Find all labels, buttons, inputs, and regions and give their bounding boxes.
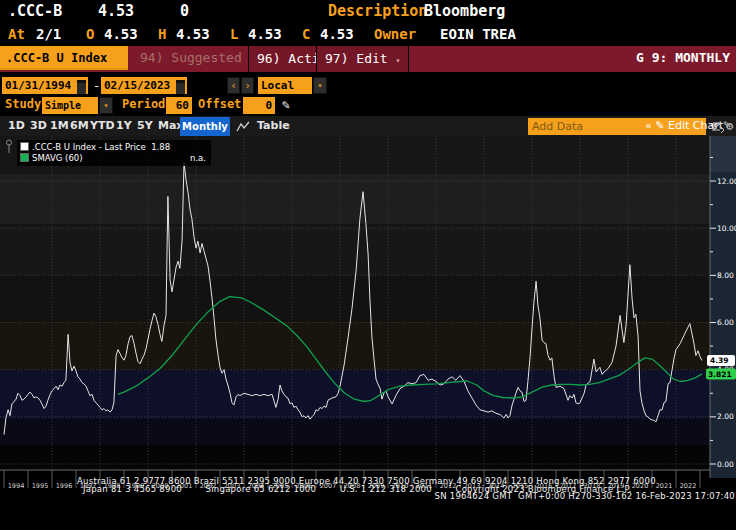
x-year-label: 1996 (56, 482, 73, 490)
chart-band (0, 370, 710, 420)
y-tick-label: 8.00 (717, 271, 734, 280)
start-date-value: 01/31/1994 (5, 79, 71, 92)
ticker-symbol: .CCC-B (8, 2, 62, 20)
calendar-icon[interactable] (176, 80, 185, 94)
range-button-1d[interactable]: 1D (8, 119, 25, 132)
period-label: Period (122, 96, 165, 113)
range-button-3d[interactable]: 3D (30, 119, 47, 132)
x-year-label: 1995 (32, 482, 49, 490)
smavg-badge-value: 3.821 (708, 370, 732, 379)
description-value: Bloomberg (424, 2, 505, 20)
study-select[interactable]: Simple MA (42, 97, 98, 114)
frequency-value: Monthly (182, 121, 228, 132)
owner-label: Owner (374, 26, 416, 42)
y-tick-label: 6.00 (717, 318, 734, 327)
legend-row-price: .CCC-B U Index - Last Price 1.88 (20, 142, 208, 153)
range-button-1y[interactable]: 1Y (116, 119, 132, 132)
close-label: C (302, 26, 310, 42)
open-value: 4.53 (104, 26, 138, 42)
quote-header-row2: At 2/1 O 4.53 H 4.53 L 4.53 C 4.53 Owner… (0, 24, 736, 46)
at-label: At (8, 26, 25, 42)
end-date-value: 02/15/2023 (104, 79, 170, 92)
draw-pencil-icon[interactable]: ✎ (282, 97, 290, 112)
study-dropdown-caret-icon[interactable]: ▾ (99, 97, 113, 114)
pencil-icon: ✎ (655, 119, 664, 132)
price-chart[interactable]: 0.002.004.006.008.0010.0012.001994199519… (0, 136, 736, 500)
last-price: 4.53 (98, 2, 134, 20)
x-year-label: 2022 (680, 482, 697, 490)
y-tick-label: 2.00 (717, 412, 734, 421)
price-series-value: 1.88 (151, 142, 170, 152)
last-price-badge-value: 4.39 (710, 356, 729, 365)
currency-dropdown-caret-icon[interactable]: ▾ (313, 77, 327, 94)
y-tick-label: 12.00 (717, 177, 736, 186)
chevrons-left-icon: « (645, 119, 652, 132)
smavg-series-value: n.a. (190, 153, 206, 164)
period-input[interactable]: 60 (166, 97, 192, 114)
edit-menu-label: 97) Edit (325, 51, 388, 66)
y-axis-panel (710, 136, 736, 478)
study-label: Study (5, 96, 41, 113)
offset-label: Offset (198, 96, 241, 113)
x-year-label: 2021 (656, 482, 673, 490)
range-button-6m[interactable]: 6M (70, 119, 89, 132)
frequency-select[interactable]: Monthly ▼ (180, 117, 230, 136)
chart-legend[interactable]: .CCC-B U Index - Last Price 1.88 SMAVG (… (17, 140, 211, 166)
legend-row-smavg: SMAVG (60)n.a. (20, 153, 208, 164)
date-range-row: 01/31/1994 - 02/15/2023 ‹ › Local CCY ▾ (0, 75, 736, 96)
bloomberg-terminal-window: .CCC-B 4.53 0 Description Bloomberg At 2… (0, 0, 736, 530)
end-date-field[interactable]: 02/15/2023 (101, 77, 187, 94)
step-back-button[interactable]: ‹ (227, 77, 240, 94)
x-year-label: 1994 (8, 482, 25, 490)
caret-down-icon: ▾ (395, 56, 400, 65)
high-value: 4.53 (176, 26, 210, 42)
study-row: Study Simple MA ▾ Period 60 Offset 0 ✎ (0, 96, 736, 116)
calendar-icon[interactable] (77, 80, 86, 94)
range-button-ytd[interactable]: YTD (90, 119, 115, 132)
chart-band (0, 174, 710, 225)
page-indicator: G 9: MONTHLY (636, 50, 730, 65)
table-button[interactable]: Table (257, 119, 290, 132)
annotate-icon[interactable] (712, 120, 725, 133)
open-label: O (86, 26, 94, 42)
chart-band (0, 445, 710, 470)
smavg-series-swatch (20, 153, 29, 162)
footer-terminal-info: SN 1964624 GMT GMT+0:00 H270-330-162 16-… (435, 492, 735, 500)
offset-input[interactable]: 0 (243, 97, 275, 114)
high-label: H (158, 26, 166, 42)
step-forward-button[interactable]: › (241, 77, 254, 94)
net-change: 0 (180, 2, 189, 20)
date-separator: - (93, 79, 100, 93)
chart-area: 0.002.004.006.008.0010.0012.001994199519… (0, 136, 736, 500)
y-tick-label: 10.00 (717, 224, 736, 233)
edit-menu-button[interactable]: 97) Edit ▾ (316, 46, 409, 72)
settings-gear-icon[interactable]: ⚙ (726, 119, 733, 133)
chart-toolbar: 1D3D1M6MYTD1Y5YMax Monthly ▼ Table Add D… (0, 116, 736, 138)
range-button-1m[interactable]: 1M (50, 119, 69, 132)
close-value: 4.53 (320, 26, 354, 42)
at-value: 2/1 (36, 26, 61, 42)
legend-pin-icon[interactable] (5, 139, 13, 155)
security-input[interactable]: .CCC-B U Index (0, 46, 128, 70)
price-series-label: .CCC-B U Index - Last Price (32, 142, 146, 152)
description-label: Description (328, 2, 427, 20)
range-button-5y[interactable]: 5Y (137, 119, 153, 132)
smavg-series-label: SMAVG (60) (32, 153, 83, 163)
low-label: L (230, 26, 238, 42)
currency-select[interactable]: Local CCY (258, 77, 312, 94)
line-chart-type-icon[interactable] (236, 120, 251, 133)
chart-band (0, 225, 710, 276)
quote-header-row1: .CCC-B 4.53 0 Description Bloomberg (0, 0, 736, 24)
y-tick-label: 0.00 (717, 460, 734, 469)
chart-band (0, 419, 710, 445)
y-axis-panel-top (710, 136, 736, 172)
chart-band (0, 321, 710, 369)
start-date-field[interactable]: 01/31/1994 (2, 77, 88, 94)
low-value: 4.53 (248, 26, 282, 42)
owner-value: EOIN TREA (440, 26, 516, 42)
function-titlebar: .CCC-B U Index 94) Suggested Charts 96) … (0, 46, 736, 72)
price-series-swatch (20, 142, 29, 151)
